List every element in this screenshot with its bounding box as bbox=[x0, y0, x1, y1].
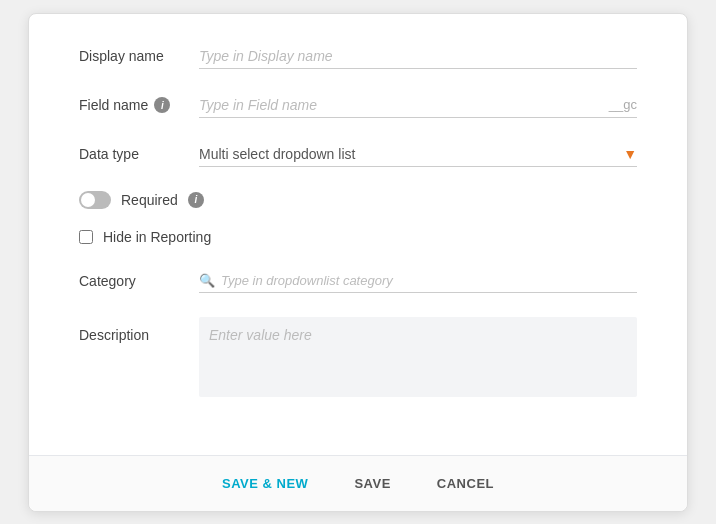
hide-in-reporting-label: Hide in Reporting bbox=[103, 229, 211, 245]
category-input[interactable] bbox=[221, 273, 637, 288]
save-button[interactable]: SAVE bbox=[346, 472, 398, 495]
field-name-label: Field name i bbox=[79, 97, 199, 113]
required-label: Required bbox=[121, 192, 178, 208]
field-name-row: Field name i __gc bbox=[79, 93, 637, 118]
display-name-control bbox=[199, 44, 637, 69]
data-type-select-wrapper: Multi select dropdown list Text Number D… bbox=[199, 142, 637, 167]
dropdown-arrow-icon: ▼ bbox=[623, 146, 637, 162]
display-name-row: Display name bbox=[79, 44, 637, 69]
required-toggle[interactable] bbox=[79, 191, 111, 209]
dialog-footer: SAVE & NEW SAVE CANCEL bbox=[29, 455, 687, 511]
field-name-input[interactable] bbox=[199, 93, 603, 117]
save-new-button[interactable]: SAVE & NEW bbox=[214, 472, 316, 495]
display-name-input[interactable] bbox=[199, 44, 637, 69]
cancel-button[interactable]: CANCEL bbox=[429, 472, 502, 495]
category-label: Category bbox=[79, 273, 199, 289]
data-type-select[interactable]: Multi select dropdown list Text Number D… bbox=[199, 146, 617, 162]
field-name-control: __gc bbox=[199, 93, 637, 118]
category-search-wrapper: 🔍 bbox=[199, 269, 637, 293]
hide-in-reporting-checkbox[interactable] bbox=[79, 230, 93, 244]
create-field-dialog: Display name Field name i __gc Data type bbox=[28, 13, 688, 512]
category-row: Category 🔍 bbox=[79, 269, 637, 293]
category-search-icon: 🔍 bbox=[199, 273, 215, 288]
data-type-row: Data type Multi select dropdown list Tex… bbox=[79, 142, 637, 167]
field-name-info-icon[interactable]: i bbox=[154, 97, 170, 113]
description-control bbox=[199, 317, 637, 401]
data-type-control: Multi select dropdown list Text Number D… bbox=[199, 142, 637, 167]
description-textarea[interactable] bbox=[199, 317, 637, 397]
field-name-suffix: __gc bbox=[609, 97, 637, 112]
dialog-body: Display name Field name i __gc Data type bbox=[29, 14, 687, 455]
required-row: Required i bbox=[79, 191, 637, 209]
required-info-icon[interactable]: i bbox=[188, 192, 204, 208]
description-row: Description bbox=[79, 317, 637, 401]
display-name-label: Display name bbox=[79, 48, 199, 64]
hide-in-reporting-row: Hide in Reporting bbox=[79, 229, 637, 245]
category-control: 🔍 bbox=[199, 269, 637, 293]
data-type-label: Data type bbox=[79, 146, 199, 162]
field-name-wrapper: __gc bbox=[199, 93, 637, 118]
description-label: Description bbox=[79, 317, 199, 343]
